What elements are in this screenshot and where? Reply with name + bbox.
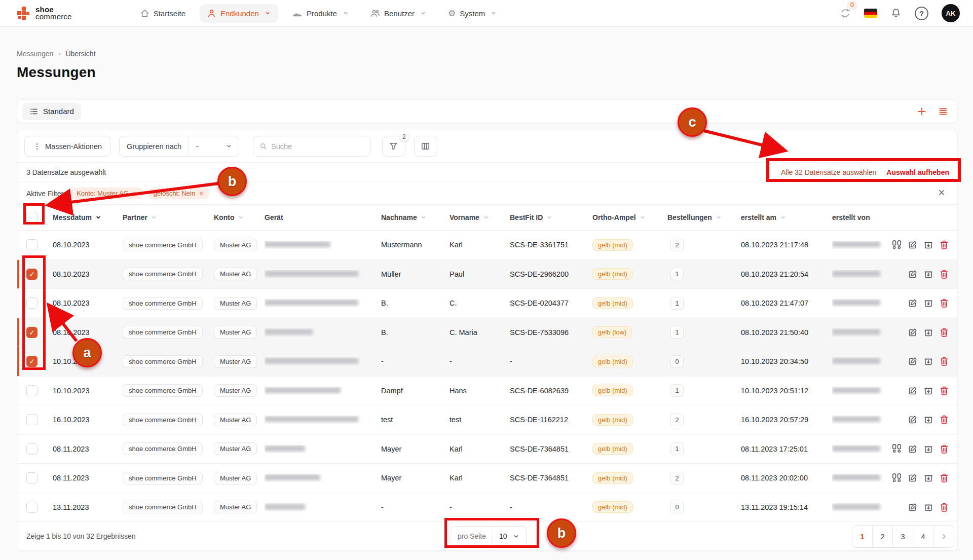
column-header-bestfit-id[interactable]: BestFit ID — [510, 213, 592, 221]
view-tab-standard[interactable]: Standard — [22, 103, 81, 120]
edit-pencil-icon — [908, 356, 918, 366]
nav-item-produkte[interactable]: Produkte — [285, 4, 356, 23]
row-checkbox[interactable] — [26, 502, 38, 513]
edit-button[interactable] — [908, 444, 918, 454]
edit-button[interactable] — [908, 386, 918, 396]
edit-button[interactable] — [908, 356, 918, 366]
nav-item-startseite[interactable]: Startseite — [133, 4, 193, 23]
columns-button[interactable] — [414, 136, 437, 157]
edit-button[interactable] — [908, 240, 918, 250]
archive-button[interactable] — [923, 269, 933, 279]
per-page-select[interactable]: 10 — [493, 527, 526, 546]
row-checkbox[interactable] — [26, 239, 38, 250]
search-input[interactable] — [271, 142, 364, 151]
breadcrumb-messungen[interactable]: Messungen — [17, 50, 53, 58]
help-button[interactable]: ? — [915, 7, 928, 20]
delete-button[interactable] — [939, 327, 949, 338]
ortho-ampel-badge: gelb (mid) — [592, 443, 633, 455]
delete-button[interactable] — [939, 444, 949, 454]
table-header: Messdatum Partner Konto Gerät Nachname V… — [17, 205, 957, 231]
measurement-soles-button[interactable] — [891, 240, 902, 250]
bulk-actions-button[interactable]: Massen-Aktionen — [24, 136, 110, 157]
filter-chip-konto[interactable]: Konto: Muster AG ✕ — [71, 188, 142, 199]
delete-button[interactable] — [939, 356, 949, 366]
archive-button[interactable] — [923, 240, 933, 250]
archive-button[interactable] — [923, 298, 933, 308]
edit-button[interactable] — [908, 327, 918, 338]
page-button-3[interactable]: 3 — [893, 526, 913, 547]
add-view-button[interactable] — [917, 106, 927, 117]
delete-button[interactable] — [939, 240, 949, 250]
row-checkbox[interactable] — [26, 472, 38, 483]
column-header-geraet[interactable]: Gerät — [265, 213, 381, 221]
nav-item-system[interactable]: ⚙ System — [441, 5, 504, 22]
row-checkbox[interactable] — [26, 414, 38, 425]
row-checkbox[interactable] — [26, 385, 38, 396]
column-header-konto[interactable]: Konto — [214, 213, 265, 221]
notifications-button[interactable] — [890, 8, 902, 19]
group-by-select[interactable]: - — [189, 136, 239, 156]
column-header-ortho-ampel[interactable]: Ortho-Ampel — [592, 213, 667, 221]
select-all-link[interactable]: Alle 32 Datensätze auswählen — [781, 168, 876, 176]
trash-icon — [939, 473, 949, 483]
column-header-vorname[interactable]: Vorname — [450, 213, 510, 221]
nav-item-endkunden[interactable]: Endkunden — [200, 4, 278, 23]
page-button-1[interactable]: 1 — [852, 526, 873, 547]
row-actions — [895, 443, 949, 454]
row-actions — [895, 385, 949, 396]
row-checkbox[interactable] — [26, 356, 38, 367]
gear-icon: ⚙ — [448, 9, 456, 18]
row-checkbox[interactable] — [26, 327, 38, 338]
filter-button[interactable]: 2 — [382, 136, 405, 157]
page-button-2[interactable]: 2 — [873, 526, 893, 547]
delete-button[interactable] — [939, 269, 949, 279]
breadcrumb: Messungen › Übersicht — [17, 50, 958, 58]
partner-pill: shoe commerce GmbH — [123, 239, 203, 251]
column-header-partner[interactable]: Partner — [123, 213, 214, 221]
delete-button[interactable] — [939, 386, 949, 396]
row-checkbox[interactable] — [26, 269, 38, 280]
users-icon — [370, 9, 380, 18]
chip-label: gelöscht: Nein — [154, 190, 195, 197]
edit-button[interactable] — [908, 269, 918, 279]
next-page-button[interactable] — [933, 526, 954, 547]
chip-remove-icon[interactable]: ✕ — [132, 190, 137, 197]
edit-button[interactable] — [908, 415, 918, 425]
column-header-bestellungen[interactable]: Bestellungen — [667, 213, 741, 221]
user-avatar[interactable]: AK — [942, 4, 960, 22]
delete-button[interactable] — [939, 502, 949, 512]
archive-button[interactable] — [923, 415, 933, 425]
edit-button[interactable] — [908, 502, 918, 512]
delete-button[interactable] — [939, 298, 949, 308]
column-header-nachname[interactable]: Nachname — [381, 213, 450, 221]
column-header-erstellt-am[interactable]: erstellt am — [741, 213, 832, 221]
partner-pill: shoe commerce GmbH — [123, 501, 203, 513]
page-button-4[interactable]: 4 — [913, 526, 933, 547]
edit-button[interactable] — [908, 298, 918, 308]
archive-button[interactable] — [923, 502, 933, 512]
select-all-checkbox[interactable] — [26, 212, 38, 223]
archive-button[interactable] — [923, 473, 933, 483]
clear-selection-link[interactable]: Auswahl aufheben — [886, 168, 949, 176]
measurement-soles-button[interactable] — [891, 443, 902, 454]
edit-button[interactable] — [908, 473, 918, 483]
delete-button[interactable] — [939, 473, 949, 483]
chip-remove-icon[interactable]: ✕ — [199, 190, 204, 197]
row-checkbox[interactable] — [26, 297, 38, 309]
archive-button[interactable] — [923, 356, 933, 366]
brand-logo[interactable]: shoecommerce — [17, 6, 72, 20]
filter-chip-geloescht[interactable]: gelöscht: Nein ✕ — [148, 188, 209, 199]
language-flag-de[interactable] — [864, 9, 877, 18]
row-checkbox[interactable] — [26, 443, 38, 455]
column-header-messdatum[interactable]: Messdatum — [53, 213, 123, 221]
archive-button[interactable] — [923, 444, 933, 454]
trash-icon — [939, 502, 949, 512]
archive-button[interactable] — [923, 386, 933, 396]
measurement-soles-button[interactable] — [891, 473, 902, 483]
archive-button[interactable] — [923, 327, 933, 338]
stacked-rows-button[interactable] — [938, 106, 948, 117]
close-filters-icon[interactable]: ✕ — [938, 188, 945, 198]
delete-button[interactable] — [939, 415, 949, 425]
sync-button[interactable]: 0 — [840, 8, 851, 19]
nav-item-benutzer[interactable]: Benutzer — [363, 4, 434, 23]
